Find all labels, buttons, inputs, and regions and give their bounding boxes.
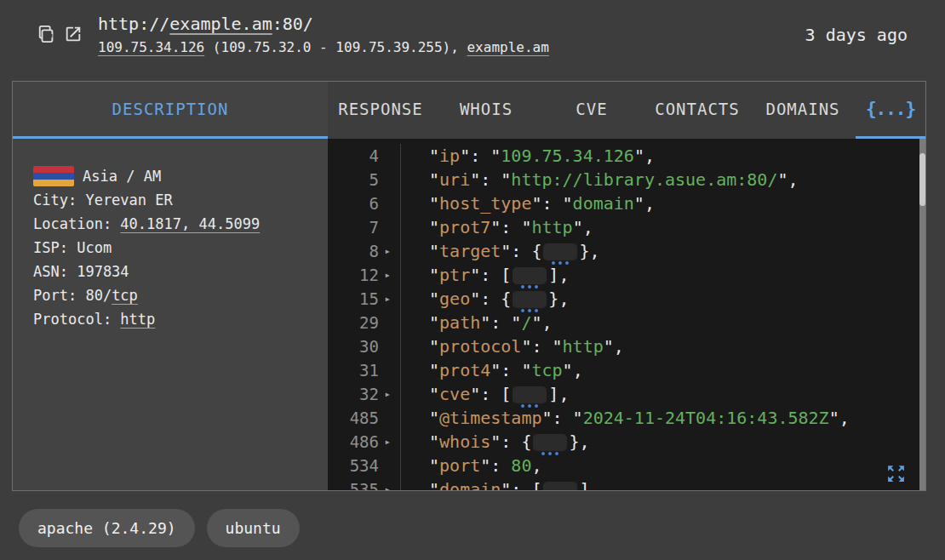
- code-line: 15▸"geo": {},: [328, 287, 925, 311]
- tab-cve[interactable]: CVE: [539, 82, 644, 139]
- json-key: uri: [439, 169, 470, 190]
- collapse-caret-icon[interactable]: ▸: [379, 263, 396, 287]
- json-quote: ": [521, 336, 531, 357]
- line-number: 534: [328, 454, 379, 477]
- collapsed-content[interactable]: [533, 434, 567, 451]
- copy-icon[interactable]: [37, 25, 56, 43]
- json-string-value: /: [521, 312, 531, 333]
- json-key: host_type: [439, 193, 531, 214]
- tab-domains[interactable]: DOMAINS: [750, 82, 856, 139]
- line-number-gutter: 12▸: [328, 263, 401, 287]
- json-punct: ,: [590, 479, 600, 490]
- tab-contacts[interactable]: CONTACTS: [644, 82, 750, 139]
- region-label: Asia / AM: [83, 168, 161, 185]
- text-segment: (109.75.32.0 - 109.75.39.255),: [204, 39, 467, 55]
- json-quote: ": [429, 289, 439, 309]
- collapsed-content[interactable]: [543, 482, 577, 490]
- scrollbar-thumb[interactable]: [919, 153, 925, 206]
- json-punct: :: [501, 431, 521, 452]
- json-punct: :: [501, 360, 521, 380]
- info-link[interactable]: 109.75.34.126: [98, 39, 204, 55]
- json-punct: ,: [839, 408, 850, 428]
- json-string-value: http: [563, 336, 604, 357]
- collapsed-content[interactable]: [513, 267, 547, 284]
- tab-json[interactable]: {...}: [856, 82, 925, 139]
- json-punct: }: [569, 431, 579, 452]
- info-link[interactable]: example.am: [467, 39, 548, 55]
- line-number: 8: [328, 239, 379, 263]
- json-number-value: 80: [511, 455, 531, 476]
- collapsed-dots-icon: [541, 452, 558, 455]
- json-quote: ": [470, 289, 480, 309]
- ip-range-line: 109.75.34.126 (109.75.32.0 - 109.75.39.2…: [98, 38, 549, 57]
- json-string-value: http://library.asue.am:80/: [511, 169, 777, 190]
- url-link[interactable]: example.am: [169, 14, 272, 34]
- code-text: "uri": "http://library.asue.am:80/",: [401, 168, 799, 191]
- json-punct: {: [521, 431, 531, 452]
- description-link[interactable]: tcp: [112, 287, 138, 304]
- scrollbar[interactable]: [919, 139, 925, 490]
- json-quote: ": [501, 241, 511, 261]
- json-punct: {: [531, 241, 541, 261]
- json-string-value: 109.75.34.126: [501, 146, 634, 166]
- json-quote: ": [429, 146, 439, 166]
- code-text: "ip": "109.75.34.126",: [401, 144, 655, 168]
- code-line: 486▸"whois": {},: [328, 430, 925, 454]
- fullscreen-expand-icon[interactable]: [885, 463, 907, 484]
- code-text: "path": "/",: [401, 311, 553, 334]
- json-punct: ,: [580, 431, 590, 452]
- json-key: prot7: [439, 217, 490, 237]
- code-text: "prot7": "http",: [401, 215, 593, 239]
- collapsed-dots-icon: [521, 309, 538, 312]
- text-segment: http://: [98, 14, 169, 34]
- text-segment: ISP: Ucom: [33, 239, 112, 256]
- json-quote: ": [634, 193, 644, 214]
- description-link[interactable]: 40.1817, 44.5099: [120, 215, 260, 232]
- code-text: "@timestamp": "2024-11-24T04:16:43.582Z"…: [401, 406, 850, 430]
- json-punct: :: [480, 265, 501, 285]
- json-string-value: 2024-11-24T04:16:43.582Z: [583, 408, 829, 428]
- line-number-gutter: 30: [328, 334, 401, 358]
- line-number: 485: [328, 406, 379, 430]
- code-text: "whois": {},: [401, 430, 590, 454]
- json-quote: ": [429, 431, 439, 452]
- open-in-new-icon[interactable]: [64, 25, 83, 43]
- collapse-caret-icon[interactable]: ▸: [379, 287, 396, 311]
- tab-response[interactable]: RESPONSE: [328, 82, 433, 139]
- json-quote: ": [429, 312, 439, 333]
- collapse-caret-icon[interactable]: ▸: [379, 382, 396, 406]
- details-panel: RESPONSEWHOISCVECONTACTSDOMAINS {...} 4"…: [328, 82, 925, 490]
- description-content: Asia / AM City: Yerevan ERLocation: 40.1…: [13, 139, 328, 331]
- json-quote: ": [511, 312, 521, 333]
- tab-description[interactable]: DESCRIPTION: [13, 82, 328, 139]
- code-line: 32▸"cve": [],: [328, 382, 925, 406]
- code-line: 31"prot4": "tcp",: [328, 358, 925, 382]
- tag-pill[interactable]: apache (2.4.29): [19, 509, 195, 547]
- description-panel: DESCRIPTION Asia / AM City: Yerevan ERLo…: [13, 82, 328, 490]
- collapse-caret-icon[interactable]: ▸: [379, 239, 396, 263]
- tab-whois[interactable]: WHOIS: [433, 82, 539, 139]
- description-link[interactable]: http: [120, 311, 155, 328]
- line-number-gutter: 534: [328, 454, 401, 477]
- collapse-caret-icon[interactable]: ▸: [379, 430, 396, 454]
- line-number-gutter: 4: [328, 144, 401, 168]
- json-punct: :: [553, 408, 573, 428]
- text-segment: City: Yerevan ER: [33, 191, 173, 209]
- line-number: 31: [328, 358, 379, 382]
- collapsed-content[interactable]: [513, 386, 547, 403]
- description-row: City: Yerevan ER: [33, 188, 311, 212]
- json-punct: ,: [558, 265, 569, 285]
- json-key: cve: [439, 384, 470, 404]
- last-seen-timestamp: 3 days ago: [805, 25, 908, 45]
- collapse-caret-icon[interactable]: ▸: [379, 477, 396, 490]
- json-quote: ": [480, 312, 490, 333]
- json-viewer: 4"ip": "109.75.34.126",5"uri": "http://l…: [328, 139, 925, 490]
- code-line: 5"uri": "http://library.asue.am:80/",: [328, 168, 925, 191]
- tag-pill[interactable]: ubuntu: [207, 509, 300, 547]
- json-key: prot4: [439, 360, 490, 380]
- collapsed-content[interactable]: [513, 291, 547, 308]
- line-number-gutter: 29: [328, 311, 401, 334]
- json-quote: ": [531, 312, 541, 333]
- collapsed-content[interactable]: [543, 243, 577, 260]
- json-quote: ": [429, 193, 439, 214]
